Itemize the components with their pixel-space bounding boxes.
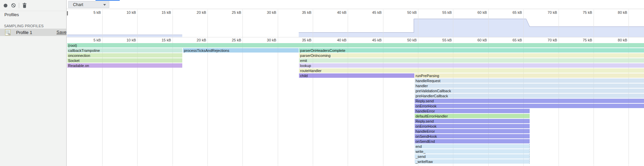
gridline-dotted [348,16,348,37]
frame-label: processTicksAndRejections [183,48,299,53]
frame-label: Reply.send [415,99,644,103]
flame-frame[interactable]: processTicksAndRejections [183,48,299,53]
frame-label: Reply.send [415,119,530,124]
gridline-dotted [453,43,453,164]
flame-frame[interactable]: Reply.send [415,99,644,103]
flame-frame[interactable]: preValidationCallback [415,89,644,93]
gridline-dotted [594,16,594,37]
gridline-dotted [173,16,173,37]
gridline-dotted [102,43,103,164]
sidebar-title: Profiles [4,12,19,17]
frame-label: parserOnIncoming [299,53,644,58]
frame-label: handleError [415,109,530,113]
flame-frame[interactable]: write_ [415,149,530,154]
flame-frame[interactable]: routeHandler [299,68,644,73]
gridline-dotted [137,43,138,164]
flame-frame[interactable]: Socket [67,58,182,63]
gridline-dotted [418,16,418,37]
profiles-sidebar: Profiles SAMPLING PROFILES % Profile 1 S… [0,0,67,166]
gridline-dotted [313,43,313,164]
record-button[interactable] [1,1,9,9]
frame-label: lookup [299,63,644,68]
gridline-dotted [559,16,559,37]
frame-label: (root) [67,43,644,48]
clear-button[interactable] [9,1,17,9]
flame-frame[interactable]: child [299,73,414,78]
frame-label: preHandlerCallback [415,94,644,98]
frame-label: preValidationCallback [415,89,644,93]
devtools-profiler-panel: Profiles SAMPLING PROFILES % Profile 1 S… [0,0,644,166]
gridline-dotted [523,43,524,164]
frame-label: parserOnHeadersComplete [299,48,644,53]
flame-frame[interactable]: onSendHook [415,134,530,139]
flame-frame[interactable]: emit [299,58,644,63]
frame-label: onSendHook [415,134,530,139]
gridline-dotted [418,43,418,164]
flame-frame[interactable]: onconnection [67,53,182,58]
gridline-dotted [278,43,278,164]
sampling-profiles-section-label: SAMPLING PROFILES [4,24,44,28]
clear-icon [11,3,16,8]
gridline-dotted [383,16,383,37]
gridline-dotted [453,16,453,37]
gridline-dotted [348,43,348,164]
flame-frame[interactable]: end [415,144,530,149]
flame-frame[interactable]: handleRequest [415,78,644,83]
frame-label: handleRequest [415,78,644,83]
gridline-dotted [242,43,243,164]
save-profile-link[interactable]: Save [56,30,67,35]
flame-frame[interactable]: _send [415,154,530,159]
flame-frame[interactable]: handleError [415,109,530,113]
flame-frame[interactable]: preHandlerCallback [415,94,644,98]
profile-name: Profile 1 [16,30,32,35]
gridline-dotted [523,16,524,37]
flame-frame[interactable]: onSendEnd [415,139,530,144]
flame-chart: (root)callbackTrampolineprocessTicksAndR… [67,0,644,166]
frame-label: onSendEnd [415,139,530,144]
gridline-dotted [629,16,629,37]
gridline-dotted [488,16,489,37]
frame-label: callbackTrampoline [67,48,182,53]
flame-frame[interactable]: onErrorHook [415,124,530,129]
flame-frame[interactable]: handler [415,84,644,88]
frame-label: routeHandler [299,68,644,73]
flame-frame[interactable]: parserOnHeadersComplete [299,48,644,53]
gridline-dotted [629,43,629,164]
flame-frame[interactable]: _writeRaw [415,159,530,164]
frame-label: end [415,144,529,149]
flame-frame[interactable]: Reply.send [415,119,530,124]
gridline-dotted [207,43,208,164]
frame-label: _writeRaw [415,159,529,164]
flame-frame[interactable]: Readable.on [67,63,182,68]
gridline-dotted [242,16,243,37]
gridline-dotted [207,16,208,37]
frame-label: Socket [67,58,182,63]
frame-label: Readable.on [67,63,182,68]
frame-label: emit [299,58,644,63]
flame-frame[interactable]: callbackTrampoline [67,48,182,53]
frame-label: defaultErrorHandler [415,114,530,119]
sidebar-item-profile-1[interactable]: % Profile 1 Save [0,29,66,36]
frame-label: handleError [415,129,530,134]
gridline-dotted [559,43,559,164]
frame-label: child [299,73,414,78]
frame-label: onErrorHook [415,104,644,108]
flame-frame[interactable]: parserOnIncoming [299,53,644,58]
gridline-dotted [313,16,313,37]
record-icon [4,4,7,7]
flame-frame[interactable]: lookup [299,63,644,68]
toolbar-separator [19,3,19,8]
trash-icon [22,3,27,8]
gridline-dotted [383,43,383,164]
frame-label: write_ [415,149,529,154]
delete-profile-button[interactable] [21,1,29,9]
flame-frame[interactable]: onErrorHook [415,104,644,108]
flame-frame[interactable]: runPreParsing [415,73,644,78]
gridline-dotted [102,16,103,37]
gridline-dotted [594,43,594,164]
flame-frame[interactable]: (root) [67,43,644,48]
gridline-dotted [173,43,173,164]
flame-frame[interactable]: defaultErrorHandler [415,114,530,119]
gridline-dotted [488,43,489,164]
flame-frame[interactable]: handleError [415,129,530,134]
